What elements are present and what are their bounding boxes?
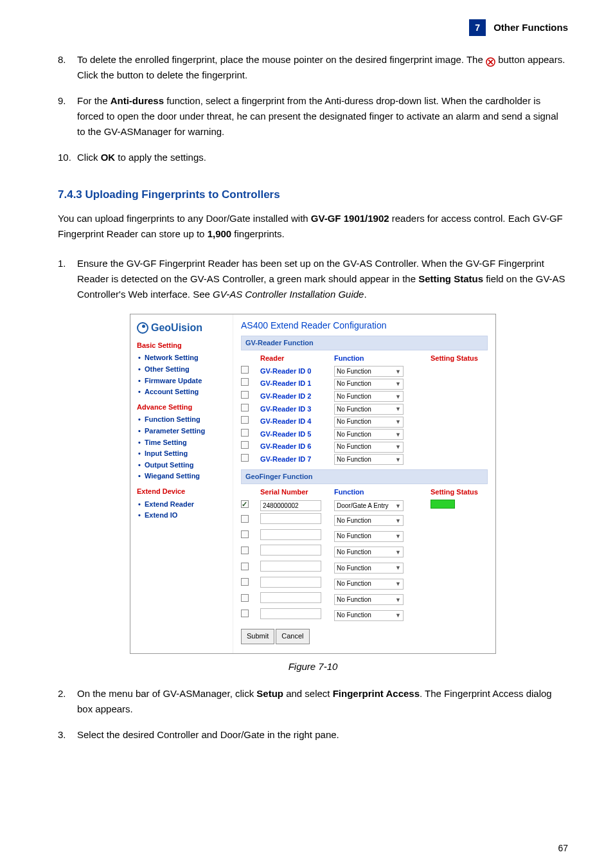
geo-function-select[interactable]: No Function▼ (334, 515, 404, 526)
list-number: 3. (58, 727, 77, 743)
side-heading-extend: Extend Device (137, 486, 226, 498)
serial-input[interactable] (260, 561, 321, 572)
sidebar-extend-item[interactable]: Extend Reader (137, 499, 226, 511)
logo-text: GeoUision (151, 320, 202, 336)
bold-text: 1,900 (208, 228, 232, 239)
geo-function-select[interactable]: No Function▼ (334, 563, 404, 574)
bold-text: OK (101, 152, 116, 163)
reader-function-select[interactable]: No Function▼ (334, 429, 404, 440)
italic-text: GV-AS Controller Installation Guide (213, 289, 364, 300)
reader-checkbox[interactable] (241, 404, 249, 411)
reader-label: GV-Reader ID 1 (260, 378, 334, 390)
geo-checkbox[interactable] (241, 530, 249, 538)
reader-label: GV-Reader ID 6 (260, 441, 334, 453)
bold-text: Anti-duress (111, 95, 164, 106)
geo-checkbox[interactable] (241, 594, 249, 602)
reader-function-select[interactable]: No Function▼ (334, 391, 404, 402)
sidebar-advance-item[interactable]: Output Setting (137, 460, 226, 471)
reader-label: GV-Reader ID 7 (260, 454, 334, 466)
sidebar-extend-item[interactable]: Extend IO (137, 510, 226, 521)
text: For the (77, 95, 111, 106)
geo-checkbox[interactable] (241, 563, 249, 570)
geo-function-select[interactable]: No Function▼ (334, 531, 404, 542)
reader-checkbox[interactable] (241, 378, 249, 386)
cancel-button[interactable]: Cancel (276, 629, 309, 644)
step-3: 3. Select the desired Controller and Doo… (58, 727, 568, 743)
serial-input[interactable] (260, 529, 321, 540)
serial-input[interactable] (260, 608, 321, 619)
list-number: 8. (58, 52, 77, 83)
sidebar-advance-item[interactable]: Input Setting (137, 448, 226, 460)
reader-checkbox[interactable] (241, 391, 249, 399)
sidebar: GeoUision Basic Setting Network SettingO… (130, 314, 233, 653)
reader-checkbox[interactable] (241, 429, 249, 437)
geo-function-select[interactable]: No Function▼ (334, 594, 404, 605)
sidebar-advance-item[interactable]: Wiegand Setting (137, 471, 226, 482)
geo-function-select[interactable]: Door/Gate A Entry▼ (334, 500, 404, 511)
sidebar-basic-item[interactable]: Account Setting (137, 386, 226, 398)
sidebar-basic-item[interactable]: Other Setting (137, 364, 226, 375)
reader-label: GV-Reader ID 2 (260, 391, 334, 402)
bold-text: GV-GF 1901/1902 (311, 213, 389, 224)
col-function: Function (334, 353, 431, 365)
sidebar-advance-item[interactable]: Parameter Setting (137, 426, 226, 437)
button-row: SubmitCancel (241, 629, 488, 644)
delete-x-icon (486, 56, 495, 66)
serial-input[interactable] (260, 513, 321, 524)
section-bar-gvreader: GV-Reader Function (241, 336, 488, 351)
sidebar-basic-item[interactable]: Firmware Update (137, 375, 226, 387)
bold-text: Fingerprint Access (333, 688, 420, 699)
reader-function-select[interactable]: No Function▼ (334, 442, 404, 453)
body-item-9: 9. For the Anti-duress function, select … (58, 93, 568, 140)
geo-checkbox[interactable] (241, 515, 249, 523)
list-number: 2. (58, 686, 77, 717)
text: . (364, 289, 366, 300)
reader-checkbox[interactable] (241, 366, 249, 374)
screenshot-as400-config: GeoUision Basic Setting Network SettingO… (130, 314, 496, 654)
bold-text: Setting Status (418, 273, 483, 284)
figure-caption: Figure 7-10 (58, 659, 568, 674)
config-title: AS400 Extend Reader Configuration (241, 318, 488, 332)
serial-input[interactable] (260, 545, 321, 556)
sidebar-basic-item[interactable]: Network Setting (137, 352, 226, 364)
reader-checkbox[interactable] (241, 441, 249, 449)
text: and select (283, 688, 333, 699)
sidebar-advance-item[interactable]: Time Setting (137, 437, 226, 449)
geo-checkbox[interactable] (241, 547, 249, 554)
section-heading: 7.4.3 Uploading Fingerprints to Controll… (58, 186, 568, 203)
text: fingerprints. (231, 228, 285, 239)
geo-checkbox[interactable] (241, 610, 249, 617)
geo-function-select[interactable]: No Function▼ (334, 579, 404, 590)
reader-function-select[interactable]: No Function▼ (334, 379, 404, 390)
body-item-10: 10. Click OK to apply the settings. (58, 150, 568, 165)
reader-checkbox[interactable] (241, 454, 249, 462)
step-1: 1. Ensure the GV-GF Fingerprint Reader h… (58, 256, 568, 302)
reader-function-select[interactable]: No Function▼ (334, 417, 404, 428)
reader-function-select[interactable]: No Function▼ (334, 366, 404, 377)
geo-function-select[interactable]: No Function▼ (334, 547, 404, 557)
reader-checkbox[interactable] (241, 416, 249, 424)
geo-function-select[interactable]: No Function▼ (334, 610, 404, 621)
text: To delete the enrolled fingerprint, plac… (77, 54, 486, 65)
serial-input[interactable] (260, 592, 321, 603)
reader-label: GV-Reader ID 3 (260, 404, 334, 415)
col-status: Setting Status (431, 353, 488, 365)
serial-input[interactable]: 2480000002 (260, 500, 321, 511)
reader-function-select[interactable]: No Function▼ (334, 404, 404, 415)
submit-button[interactable]: Submit (241, 629, 274, 644)
reader-function-select[interactable]: No Function▼ (334, 454, 404, 465)
reader-label: GV-Reader ID 0 (260, 366, 334, 377)
chapter-badge: 7 (469, 19, 486, 36)
main-panel: AS400 Extend Reader Configuration GV-Rea… (233, 314, 495, 653)
text: Click (77, 152, 101, 163)
geo-checkbox[interactable] (241, 500, 249, 508)
body-item-8: 8. To delete the enrolled fingerprint, p… (58, 52, 568, 83)
bold-text: Setup (256, 688, 283, 699)
sidebar-advance-item[interactable]: Function Setting (137, 414, 226, 426)
serial-input[interactable] (260, 577, 321, 588)
status-indicator (431, 500, 455, 509)
page-header: 7 Other Functions (58, 19, 568, 36)
geo-checkbox[interactable] (241, 578, 249, 586)
page-number: 67 (558, 841, 568, 855)
list-number: 9. (58, 93, 77, 140)
